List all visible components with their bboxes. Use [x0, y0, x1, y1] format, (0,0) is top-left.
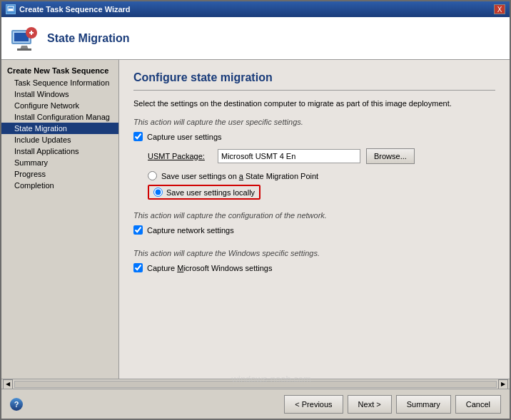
header-icon — [10, 24, 39, 53]
capture-windows-checkbox[interactable] — [133, 263, 143, 272]
header-area: State Migration — [1, 17, 510, 60]
wizard-window: Create Task Sequence Wizard X State Migr… — [0, 0, 511, 420]
title-bar: Create Task Sequence Wizard X — [1, 1, 510, 17]
radio-save-locally[interactable] — [153, 188, 163, 197]
radio-locally-row: Save user settings locally — [148, 185, 495, 200]
capture-windows-row: Capture Microsoft Windows settings — [133, 263, 495, 272]
radio-locally-label: Save user settings locally — [166, 188, 255, 197]
separator — [133, 90, 495, 91]
sidebar-item-task-sequence-info[interactable]: Task Sequence Information — [1, 77, 118, 88]
sidebar-item-configure-network[interactable]: Configure Network — [1, 100, 118, 111]
usmt-row: USMT Package: Browse... — [148, 148, 495, 164]
capture-network-row: Capture network settings — [133, 225, 495, 235]
sidebar-item-progress[interactable]: Progress — [1, 168, 118, 180]
main-content: Configure state migration Select the set… — [119, 60, 510, 379]
capture-network-label: Capture network settings — [147, 226, 234, 235]
sidebar-item-install-windows[interactable]: Install Windows — [1, 88, 118, 100]
summary-button[interactable]: Summary — [396, 395, 451, 414]
scroll-right-arrow[interactable]: ▶ — [498, 379, 508, 389]
next-button[interactable]: Next > — [348, 395, 392, 414]
usmt-input[interactable] — [218, 149, 360, 163]
header-title: State Migration — [47, 32, 130, 45]
radio-state-migration-point[interactable] — [148, 171, 157, 180]
network-section: This action will capture the configurati… — [133, 211, 495, 242]
network-section-label: This action will capture the configurati… — [133, 211, 495, 220]
user-section-label: This action will capture the user specif… — [133, 118, 495, 126]
windows-section-label: This action will capture the Windows spe… — [133, 249, 495, 257]
browse-button[interactable]: Browse... — [366, 148, 415, 164]
capture-user-settings-checkbox[interactable] — [133, 132, 143, 141]
description-text: Select the settings on the destination c… — [133, 99, 495, 108]
usmt-label-text: U — [148, 152, 153, 160]
page-title: Configure state migration — [133, 71, 495, 84]
usmt-label: USMT Package: — [148, 152, 212, 160]
sidebar-item-include-updates[interactable]: Include Updates — [1, 134, 118, 145]
title-bar-left: Create Task Sequence Wizard — [6, 4, 131, 14]
sidebar-item-completion[interactable]: Completion — [1, 180, 118, 191]
help-button[interactable]: ? — [10, 398, 23, 411]
previous-button[interactable]: < Previous — [284, 395, 343, 414]
sidebar-section-header: Create New Task Sequence — [1, 64, 118, 77]
close-button[interactable]: X — [494, 4, 505, 14]
radio-state-migration-row: Save user settings on a State Migration … — [148, 171, 495, 180]
bottom-bar: ? < Previous Next > Summary Cancel — [1, 389, 510, 419]
svg-rect-6 — [17, 48, 31, 51]
radio-locally-highlight: Save user settings locally — [148, 185, 260, 200]
sidebar-item-install-config-mgr[interactable]: Install Configuration Manag — [1, 111, 118, 123]
sidebar-item-install-applications[interactable]: Install Applications — [1, 145, 118, 157]
scroll-track[interactable] — [14, 381, 497, 388]
capture-windows-label: Capture Microsoft Windows settings — [147, 264, 272, 272]
bottom-left: ? — [10, 398, 23, 411]
sidebar-item-state-migration[interactable]: State Migration — [1, 123, 118, 134]
svg-rect-1 — [9, 9, 13, 11]
capture-user-settings-label: Capture user settings — [147, 133, 222, 141]
capture-network-checkbox[interactable] — [133, 225, 143, 235]
scroll-left-arrow[interactable]: ◀ — [3, 379, 13, 389]
bottom-right: < Previous Next > Summary Cancel — [284, 395, 501, 414]
window-icon — [6, 4, 16, 14]
capture-user-settings-row: Capture user settings — [133, 132, 495, 141]
sidebar: Create New Task Sequence Task Sequence I… — [1, 60, 119, 379]
title-bar-text: Create Task Sequence Wizard — [19, 5, 131, 14]
windows-section: This action will capture the Windows spe… — [133, 249, 495, 280]
radio-state-migration-label: Save user settings on a State Migration … — [161, 172, 318, 180]
content-area: Create New Task Sequence Task Sequence I… — [1, 60, 510, 379]
microsoft-underline: M — [177, 264, 183, 272]
sidebar-item-summary[interactable]: Summary — [1, 157, 118, 168]
horizontal-scrollbar[interactable]: ◀ ▶ — [1, 379, 510, 389]
cancel-button[interactable]: Cancel — [455, 395, 501, 414]
